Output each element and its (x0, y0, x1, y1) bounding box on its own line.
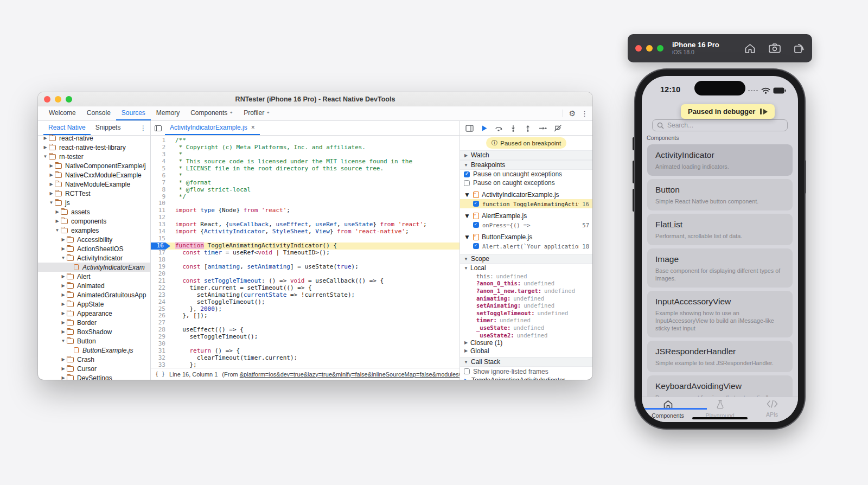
breakpoint-file-row[interactable]: ▼AlertExample.js (460, 211, 592, 220)
tree-item-activityindicator[interactable]: ▼ActivityIndicator (38, 253, 150, 263)
tree-collapse-arrow-icon[interactable]: ▶ (60, 274, 66, 279)
resume-script-icon[interactable] (481, 125, 488, 132)
zoom-window-button[interactable] (657, 45, 663, 52)
home-icon[interactable] (744, 43, 756, 54)
tree-item-alert[interactable]: ▶Alert (38, 272, 150, 281)
tree-collapse-arrow-icon[interactable]: ▶ (60, 311, 66, 316)
breakpoint-checkbox-icon[interactable] (473, 243, 479, 249)
component-card-activityindicator[interactable]: ActivityIndicatorAnimated loading indica… (647, 144, 793, 176)
tree-item-nativecxxmoduleexample[interactable]: ▶NativeCxxModuleExample (38, 170, 150, 180)
code-line-29[interactable]: 29 setToggleTimeout(); (151, 334, 459, 341)
tree-item-button[interactable]: ▼Button (38, 336, 150, 346)
tree-item-js[interactable]: ▼js (38, 198, 150, 207)
tree-item-cursor[interactable]: ▶Cursor (38, 364, 150, 373)
tree-expanded-arrow-icon[interactable]: ▼ (54, 228, 60, 233)
component-card-jsresponderhandler[interactable]: JSResponderHandlerSimple example to test… (647, 341, 793, 372)
section-breakpoints[interactable]: ▼Breakpoints (460, 160, 592, 170)
minimize-window-button[interactable] (646, 45, 653, 52)
rotate-icon[interactable] (794, 43, 805, 54)
window-titlebar[interactable]: RNTester (iPhone 16 Pro) - React Native … (38, 92, 592, 106)
code-line-17[interactable]: 17 const timer = useRef<void | TimeoutID… (151, 250, 459, 257)
minimize-window-button[interactable] (55, 96, 61, 103)
section-call-stack[interactable]: ▼Call Stack (460, 357, 592, 367)
breakpoint-checkbox-icon[interactable] (473, 201, 479, 207)
more-options-icon[interactable]: ⋮ (581, 110, 588, 118)
code-line-32[interactable]: 32 clearTimeout(timer.current); (151, 355, 459, 362)
simulator-toolbar[interactable]: iPhone 16 Pro iOS 18.0 (628, 34, 812, 62)
hide-navigator-button[interactable] (151, 121, 165, 135)
checkbox-icon[interactable] (464, 180, 470, 186)
line-number[interactable]: 6 (151, 173, 170, 180)
navigator-tab-snippets[interactable]: Snippets (91, 121, 126, 135)
tree-item-appstate[interactable]: ▶AppState (38, 299, 150, 309)
tree-item-nativemoduleexample[interactable]: ▶NativeModuleExample (38, 180, 150, 189)
checkbox-icon[interactable] (464, 368, 470, 374)
file-tab-activityindicatorexample[interactable]: ActivityIndicatorExample.js × (165, 121, 260, 135)
close-window-button[interactable] (635, 45, 642, 52)
section-watch[interactable]: ▶Watch (460, 150, 592, 160)
tree-collapse-arrow-icon[interactable]: ▶ (48, 173, 54, 177)
line-number[interactable]: 33 (151, 362, 170, 368)
tree-collapse-arrow-icon[interactable]: ▶ (48, 191, 54, 196)
tree-item-appearance[interactable]: ▶Appearance (38, 309, 150, 318)
tree-item-rn-tester[interactable]: ▼rn-tester (38, 152, 150, 161)
component-card-image[interactable]: ImageBase component for displaying diffe… (647, 248, 793, 288)
tree-collapse-arrow-icon[interactable]: ▶ (48, 182, 54, 187)
breakpoint-checkbox-icon[interactable] (473, 222, 479, 228)
line-number[interactable]: 2 (151, 144, 170, 151)
call-stack-frame[interactable]: ▶ToggleAnimatingActivityIndicator (460, 376, 592, 380)
tree-collapse-arrow-icon[interactable]: ▶ (60, 237, 66, 242)
tab-memory[interactable]: Memory (151, 106, 185, 120)
deactivate-breakpoints-icon[interactable] (554, 125, 562, 132)
navigator-tab-react-native[interactable]: React Native (43, 121, 91, 135)
tree-collapse-arrow-icon[interactable]: ▶ (60, 375, 66, 380)
screenshot-icon[interactable] (769, 43, 781, 53)
component-card-flatlist[interactable]: FlatListPerformant, scrollable list of d… (647, 214, 793, 245)
tree-item-animatedgratuitousapp[interactable]: ▶AnimatedGratuitousApp (38, 290, 150, 299)
scope-closure[interactable]: ▶Closure (1) (460, 339, 592, 347)
step-icon[interactable] (539, 125, 547, 132)
tree-item-animated[interactable]: ▶Animated (38, 281, 150, 290)
component-card-inputaccessoryview[interactable]: InputAccessoryViewExample showing how to… (647, 291, 793, 337)
tree-collapse-arrow-icon[interactable]: ▶ (60, 246, 66, 251)
tree-item-react-native-test-library[interactable]: ▶react-native-test-library (38, 143, 150, 152)
tree-collapse-arrow-icon[interactable]: ▶ (60, 366, 66, 371)
tree-expanded-arrow-icon[interactable]: ▼ (60, 339, 66, 343)
resume-debugger-icon[interactable] (760, 109, 768, 114)
scope-global[interactable]: ▶Global (460, 347, 592, 355)
line-number[interactable]: 21 (151, 278, 170, 285)
tree-collapse-arrow-icon[interactable]: ▶ (60, 320, 66, 325)
code-line-26[interactable]: 26 }, []); (151, 312, 459, 320)
code-line-19[interactable]: 19 const [animating, setAnimating] = use… (151, 264, 459, 271)
tree-item-rcttest[interactable]: ▶RCTTest (38, 189, 150, 198)
tree-item-devsettings[interactable]: ▶DevSettings (38, 373, 150, 380)
breakpoint-file-row[interactable]: ▼ActivityIndicatorExample.js (460, 190, 592, 199)
tree-item-border[interactable]: ▶Border (38, 318, 150, 327)
checkbox-icon[interactable] (464, 171, 470, 177)
line-number[interactable]: 15 (151, 235, 170, 242)
settings-gear-icon[interactable]: ⚙ (569, 109, 576, 118)
pretty-print-icon[interactable]: { } (155, 371, 165, 377)
sidebar-more-tabs-icon[interactable]: ⋮ (140, 124, 146, 132)
code-line-5[interactable]: 5 * LICENSE file in the root directory o… (151, 165, 459, 173)
close-window-button[interactable] (44, 96, 50, 103)
code-line-11[interactable]: 11import type {Node} from 'react'; (151, 207, 459, 214)
breakpoint-entry[interactable]: onPress={() =>57 (460, 220, 592, 229)
source-url-link[interactable]: &platform=ios&dev=true&lazy=true&minify=… (240, 371, 459, 378)
line-number[interactable]: 1 (151, 137, 170, 144)
tree-collapse-arrow-icon[interactable]: ▶ (54, 209, 60, 214)
tree-item-activityindicatorexam[interactable]: ActivityIndicatorExam (38, 263, 150, 272)
step-into-icon[interactable] (509, 125, 517, 132)
search-input[interactable]: Search... (652, 119, 788, 131)
tree-collapse-arrow-icon[interactable]: ▶ (60, 283, 66, 288)
tree-item-nativecomponentexample-j[interactable]: ▶NativeComponentExample/j (38, 161, 150, 170)
tree-expanded-arrow-icon[interactable]: ▼ (60, 256, 66, 260)
phone-tab-apis[interactable]: APIs (746, 397, 798, 422)
code-line-2[interactable]: 2 * Copyright (c) Meta Platforms, Inc. a… (151, 144, 459, 151)
tab-profiler[interactable]: Profiler✦ (238, 106, 275, 120)
tree-item-assets[interactable]: ▶assets (38, 207, 150, 216)
section-scope[interactable]: ▼Scope (460, 254, 592, 264)
line-number[interactable]: 20 (151, 271, 170, 278)
tab-components[interactable]: Components✦ (185, 106, 238, 120)
tree-collapse-arrow-icon[interactable]: ▶ (42, 145, 48, 150)
